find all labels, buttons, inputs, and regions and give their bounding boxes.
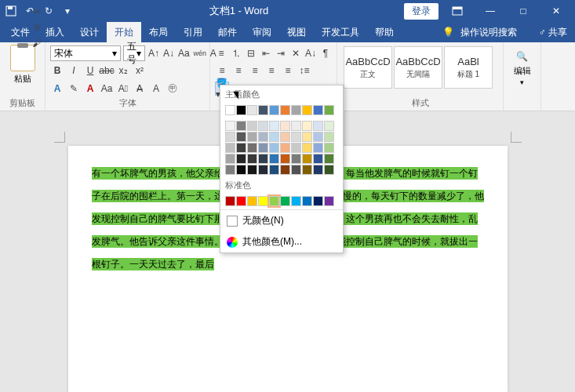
color-swatch[interactable] bbox=[269, 196, 279, 206]
align-left-icon[interactable]: ≡ bbox=[215, 64, 229, 78]
color-swatch[interactable] bbox=[225, 143, 235, 153]
font-name-select[interactable]: 宋体▾ bbox=[50, 45, 121, 61]
color-swatch[interactable] bbox=[247, 154, 257, 164]
color-swatch[interactable] bbox=[269, 143, 279, 153]
color-swatch[interactable] bbox=[247, 105, 257, 115]
multilevel-icon[interactable]: ⊟ bbox=[245, 46, 257, 60]
distribute-icon[interactable]: ≡ bbox=[281, 64, 295, 78]
color-swatch[interactable] bbox=[225, 196, 235, 206]
color-swatch[interactable] bbox=[258, 196, 268, 206]
copy-icon[interactable]: ⎘ bbox=[30, 20, 44, 34]
color-swatch[interactable] bbox=[324, 154, 334, 164]
color-swatch[interactable] bbox=[302, 165, 312, 175]
color-swatch[interactable] bbox=[313, 165, 323, 175]
bold-button[interactable]: B bbox=[50, 64, 64, 78]
change-case-icon[interactable]: Aa bbox=[177, 46, 191, 60]
color-swatch[interactable] bbox=[236, 165, 246, 175]
color-swatch[interactable] bbox=[269, 121, 279, 131]
sort-icon[interactable]: A↓ bbox=[304, 46, 317, 60]
color-swatch[interactable] bbox=[236, 143, 246, 153]
color-swatch[interactable] bbox=[247, 196, 257, 206]
color-swatch[interactable] bbox=[291, 143, 301, 153]
color-swatch[interactable] bbox=[247, 132, 257, 142]
increase-indent-icon[interactable]: ⇥ bbox=[275, 46, 287, 60]
color-swatch[interactable] bbox=[258, 105, 268, 115]
color-swatch[interactable] bbox=[225, 105, 235, 115]
color-swatch[interactable] bbox=[280, 105, 290, 115]
phonetic-guide-icon[interactable]: wén bbox=[193, 46, 207, 60]
color-swatch[interactable] bbox=[313, 121, 323, 131]
underline-button[interactable]: U bbox=[83, 64, 97, 78]
align-right-icon[interactable]: ≡ bbox=[248, 64, 262, 78]
color-swatch[interactable] bbox=[324, 121, 334, 131]
color-swatch[interactable] bbox=[324, 196, 334, 206]
color-swatch[interactable] bbox=[302, 154, 312, 164]
tab-审阅[interactable]: 审阅 bbox=[245, 22, 279, 42]
color-swatch[interactable] bbox=[269, 105, 279, 115]
close-button[interactable]: ✕ bbox=[542, 0, 570, 22]
color-swatch[interactable] bbox=[324, 165, 334, 175]
color-swatch[interactable] bbox=[291, 132, 301, 142]
share-button[interactable]: ♂ 共享 bbox=[539, 26, 567, 39]
numbering-icon[interactable]: ⒈ bbox=[230, 46, 242, 60]
color-swatch[interactable] bbox=[313, 154, 323, 164]
clear-format-icon[interactable]: A̶ bbox=[133, 82, 147, 96]
font-color-button[interactable]: A bbox=[83, 82, 97, 96]
char-scale-icon[interactable]: A bbox=[149, 82, 163, 96]
enclosed-icon[interactable]: ㊥ bbox=[166, 82, 180, 96]
color-swatch[interactable] bbox=[291, 105, 301, 115]
minimize-button[interactable]: — bbox=[476, 0, 504, 22]
cut-icon[interactable]: ✂ bbox=[30, 5, 44, 19]
color-swatch[interactable] bbox=[225, 132, 235, 142]
ribbon-options-icon[interactable] bbox=[443, 0, 471, 22]
color-swatch[interactable] bbox=[313, 196, 323, 206]
color-swatch[interactable] bbox=[258, 132, 268, 142]
color-swatch[interactable] bbox=[302, 196, 312, 206]
show-marks-icon[interactable]: ¶ bbox=[319, 46, 332, 60]
tab-引用[interactable]: 引用 bbox=[176, 22, 210, 42]
color-swatch[interactable] bbox=[258, 154, 268, 164]
color-swatch[interactable] bbox=[324, 105, 334, 115]
bullets-icon[interactable]: ≡ bbox=[215, 46, 227, 60]
color-swatch[interactable] bbox=[324, 132, 334, 142]
tab-开发工具[interactable]: 开发工具 bbox=[314, 22, 367, 42]
shrink-font-icon[interactable]: A↓ bbox=[162, 46, 175, 60]
grow-font-icon[interactable]: A↑ bbox=[147, 46, 160, 60]
color-swatch[interactable] bbox=[269, 165, 279, 175]
qat-customize-icon[interactable]: ▾ bbox=[61, 5, 74, 17]
color-swatch[interactable] bbox=[291, 121, 301, 131]
color-swatch[interactable] bbox=[302, 143, 312, 153]
decrease-indent-icon[interactable]: ⇤ bbox=[260, 46, 272, 60]
editing-dropdown-icon[interactable]: ▾ bbox=[520, 78, 524, 86]
format-painter-icon[interactable]: 🖌 bbox=[30, 36, 44, 50]
enclose-char-icon[interactable]: A⃝ bbox=[116, 82, 130, 96]
italic-button[interactable]: I bbox=[67, 64, 81, 78]
color-swatch[interactable] bbox=[225, 121, 235, 131]
tab-帮助[interactable]: 帮助 bbox=[367, 22, 402, 42]
find-icon[interactable]: 🔍 bbox=[515, 49, 530, 64]
color-swatch[interactable] bbox=[236, 196, 246, 206]
paste-button[interactable]: 粘贴 bbox=[14, 73, 31, 85]
style-无间隔[interactable]: AaBbCcD无间隔 bbox=[394, 46, 442, 89]
style-正文[interactable]: AaBbCcD正文 bbox=[344, 46, 392, 89]
subscript-button[interactable]: x₂ bbox=[116, 64, 130, 78]
color-swatch[interactable] bbox=[280, 196, 290, 206]
color-swatch[interactable] bbox=[280, 132, 290, 142]
no-color-option[interactable]: 无颜色(N) bbox=[220, 210, 343, 231]
color-swatch[interactable] bbox=[225, 154, 235, 164]
line-spacing-icon[interactable]: ↕≡ bbox=[297, 64, 311, 78]
color-swatch[interactable] bbox=[280, 121, 290, 131]
color-swatch[interactable] bbox=[313, 105, 323, 115]
justify-icon[interactable]: ≡ bbox=[264, 64, 278, 78]
tab-设计[interactable]: 设计 bbox=[72, 22, 107, 42]
color-swatch[interactable] bbox=[291, 165, 301, 175]
color-swatch[interactable] bbox=[280, 154, 290, 164]
asian-layout-icon[interactable]: ✕ bbox=[289, 46, 302, 60]
color-swatch[interactable] bbox=[236, 132, 246, 142]
redo-icon[interactable]: ↻ bbox=[42, 5, 55, 17]
highlight-button[interactable]: ✎ bbox=[67, 82, 81, 96]
color-swatch[interactable] bbox=[313, 143, 323, 153]
style-标题 1[interactable]: AaBl标题 1 bbox=[444, 46, 493, 89]
save-icon[interactable] bbox=[5, 5, 17, 17]
tab-布局[interactable]: 布局 bbox=[141, 22, 176, 42]
